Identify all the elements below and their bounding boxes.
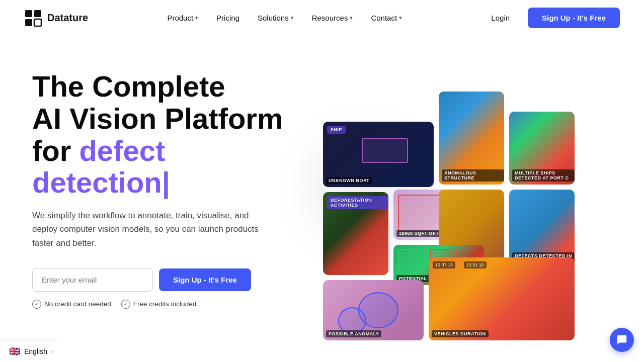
nav-resources[interactable]: Resources ▾ xyxy=(305,10,360,26)
hero-right: SHIP UNKNOWN BOAT ANOMALOUS STRUCTURE MU… xyxy=(294,66,620,343)
mosaic-card-port: ANOMALOUS STRUCTURE xyxy=(439,92,504,185)
hero-left: The Complete AI Vision Platform for defe… xyxy=(32,66,304,309)
ships-label: MULTIPLE SHIPS DETECTED AT PORT C xyxy=(512,169,575,182)
nav-signup-button[interactable]: Sign Up - It's Free xyxy=(528,8,620,28)
svg-rect-3 xyxy=(34,19,41,26)
nav-right: Login Sign Up - It's Free xyxy=(481,8,620,28)
hero-section: The Complete AI Vision Platform for defe… xyxy=(0,36,644,362)
nav-pricing[interactable]: Pricing xyxy=(209,10,247,26)
badge-no-credit-card: ✓ No credit card needed xyxy=(32,300,111,309)
hero-title: The Complete AI Vision Platform for defe… xyxy=(32,70,304,199)
chat-button[interactable] xyxy=(610,328,634,352)
port-label: ANOMALOUS STRUCTURE xyxy=(442,169,504,182)
ship-top-label: SHIP xyxy=(327,126,346,134)
logo-icon xyxy=(24,9,42,27)
image-mosaic: SHIP UNKNOWN BOAT ANOMALOUS STRUCTURE MU… xyxy=(283,61,635,343)
check-icon: ✓ xyxy=(32,300,41,309)
chevron-down-icon: ▾ xyxy=(350,15,353,21)
brand-name: Datature xyxy=(47,12,88,24)
nav-contact[interactable]: Contact ▾ xyxy=(364,10,409,26)
svg-rect-2 xyxy=(25,19,32,26)
check-icon: ✓ xyxy=(121,300,130,309)
deforestation-top-label: DEFORESTATION ACTIVITIES xyxy=(327,196,388,209)
email-input[interactable] xyxy=(32,268,153,292)
mosaic-card-orange: DEFECTS DETECTED IN CROSS SECTION xyxy=(509,190,575,267)
chevron-right-icon: › xyxy=(51,348,53,354)
chevron-down-icon: ▾ xyxy=(195,15,198,21)
mosaic-card-cells: POSSIBLE ANOMALY xyxy=(323,280,424,340)
nav-solutions[interactable]: Solutions ▾ xyxy=(251,10,301,26)
flag-icon: 🇬🇧 xyxy=(9,346,20,357)
chevron-down-icon: ▾ xyxy=(399,15,402,21)
cells-label: POSSIBLE ANOMALY xyxy=(326,330,381,337)
nav-links: Product ▾ Pricing Solutions ▾ Resources … xyxy=(160,10,409,26)
svg-rect-0 xyxy=(25,10,32,17)
hero-description: We simplify the workflow to annotate, tr… xyxy=(32,209,264,250)
mosaic-card-deforestation: DEFORESTATION ACTIVITIES xyxy=(323,192,388,275)
nav-product[interactable]: Product ▾ xyxy=(160,10,205,26)
svg-rect-1 xyxy=(34,10,41,17)
login-button[interactable]: Login xyxy=(481,9,520,27)
navbar: Datature Product ▾ Pricing Solutions ▾ R… xyxy=(0,0,644,36)
badges: ✓ No credit card needed ✓ Free credits i… xyxy=(32,300,304,309)
mosaic-card-ships: MULTIPLE SHIPS DETECTED AT PORT C xyxy=(509,112,575,185)
chat-icon xyxy=(616,334,627,345)
language-label: English xyxy=(24,347,47,355)
construction-label: VEHICLES DURATION xyxy=(432,330,489,337)
ship-bottom-label: UNKNOWN BOAT xyxy=(326,177,372,184)
hero-signup-button[interactable]: Sign Up - It's Free xyxy=(159,268,251,291)
chevron-down-icon: ▾ xyxy=(291,15,294,21)
logo[interactable]: Datature xyxy=(24,9,88,27)
mosaic-card-construction: 13:37:15 13:51:10 VEHICLES DURATION xyxy=(429,257,575,340)
email-row: Sign Up - It's Free xyxy=(32,268,304,292)
mosaic-card-ship: SHIP UNKNOWN BOAT xyxy=(323,122,434,187)
badge-free-credits: ✓ Free credits included xyxy=(121,300,196,309)
language-selector[interactable]: 🇬🇧 English › xyxy=(0,340,62,362)
